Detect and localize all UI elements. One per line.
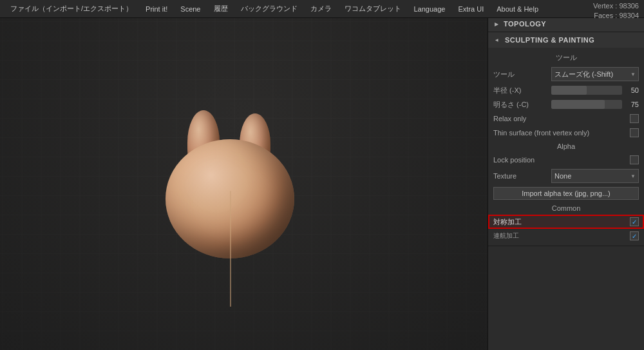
sculpting-header[interactable]: ▼ SCULPTING & PAINTING (488, 32, 644, 48)
menu-tablet[interactable]: ワコムタブレット (339, 1, 406, 16)
menu-scene[interactable]: Scene (175, 3, 205, 15)
right-panel: ▶ RENDERING ▶ TOPOLOGY ▼ SCULPTING & PAI… (488, 0, 644, 350)
viewport (0, 18, 488, 350)
menu-print[interactable]: Print it! (140, 3, 173, 15)
relax-label: Relax only (493, 115, 551, 122)
vertex-count: Vertex : 98306 (593, 1, 639, 11)
menu-bar: ファイル（インポート/エクスポート） Print it! Scene 履歴 バッ… (0, 0, 644, 18)
thin-surface-label: Thin surface (front vertex only) (493, 129, 630, 137)
bunny-body (159, 110, 301, 258)
radius-slider[interactable] (551, 86, 622, 95)
center-line (230, 191, 231, 307)
texture-label: Texture (493, 172, 551, 180)
brightness-label: 明るさ (-C) (493, 100, 551, 110)
tool-label: ツール (493, 70, 551, 79)
tool-dropdown-arrow: ▼ (630, 72, 636, 77)
brightness-slider-container: 75 (551, 100, 639, 109)
faces-count: Faces : 98304 (593, 11, 639, 21)
topology-arrow: ▶ (495, 21, 498, 27)
import-alpha-button[interactable]: Import alpha tex (jpg, png...) (493, 187, 639, 200)
brightness-row: 明るさ (-C) 75 (488, 97, 644, 112)
radius-value: 50 (625, 86, 639, 94)
sculpting-title: SCULPTING & PAINTING (505, 36, 594, 44)
sculpting-arrow: ▼ (494, 37, 500, 43)
texture-row: Texture None ▼ (488, 167, 644, 185)
common-group-header: Common (488, 202, 644, 215)
texture-dropdown-value: None (554, 172, 571, 180)
linked-row: 連航加工 (488, 229, 644, 243)
linked-label: 連航加工 (493, 231, 630, 240)
lock-position-row: Lock position (488, 153, 644, 167)
tool-row: ツール スムーズ化 (-Shift) ▼ (488, 65, 644, 83)
linked-checkbox[interactable] (630, 231, 639, 240)
radius-row: 半径 (-X) 50 (488, 83, 644, 97)
sculpting-properties: ツール ツール スムーズ化 (-Shift) ▼ 半径 (-X) 50 (488, 48, 644, 246)
radius-slider-fill (551, 86, 587, 95)
menu-about[interactable]: About & Help (491, 3, 544, 15)
body (166, 139, 294, 258)
menu-history[interactable]: 履歴 (209, 1, 233, 16)
topology-title: TOPOLOGY (504, 20, 546, 28)
thin-surface-checkbox[interactable] (630, 128, 639, 137)
lock-position-checkbox[interactable] (630, 155, 639, 164)
tool-dropdown[interactable]: スムーズ化 (-Shift) ▼ (551, 67, 639, 81)
symmetry-row: 対称加工 (488, 215, 644, 229)
relax-checkbox[interactable] (630, 114, 639, 123)
symmetry-checkbox[interactable] (630, 217, 639, 226)
import-alpha-row: Import alpha tex (jpg, png...) (488, 185, 644, 202)
symmetry-label: 対称加工 (493, 217, 630, 227)
brightness-slider[interactable] (551, 100, 622, 109)
menu-language[interactable]: Language (409, 3, 451, 15)
menu-camera[interactable]: カメラ (305, 1, 337, 16)
menu-file[interactable]: ファイル（インポート/エクスポート） (5, 1, 138, 16)
alpha-group-header: Alpha (488, 140, 644, 153)
tool-group-header: ツール (488, 50, 644, 65)
brightness-slider-fill (551, 100, 605, 109)
relax-row: Relax only (488, 112, 644, 126)
brightness-value: 75 (625, 101, 639, 108)
sculpting-section: ▼ SCULPTING & PAINTING ツール ツール スムーズ化 (-S… (488, 32, 644, 246)
radius-label: 半径 (-X) (493, 86, 551, 95)
3d-model (159, 110, 301, 258)
menu-extraui[interactable]: Extra UI (453, 3, 489, 15)
menu-background[interactable]: バックグラウンド (236, 1, 303, 16)
thin-surface-row: Thin surface (front vertex only) (488, 126, 644, 140)
texture-dropdown[interactable]: None ▼ (551, 169, 639, 183)
lock-position-label: Lock position (493, 156, 630, 164)
radius-slider-container: 50 (551, 86, 639, 95)
tool-dropdown-value: スムーズ化 (-Shift) (554, 70, 613, 79)
texture-dropdown-arrow: ▼ (630, 173, 636, 179)
vertex-info: Vertex : 98306 Faces : 98304 (593, 1, 639, 21)
